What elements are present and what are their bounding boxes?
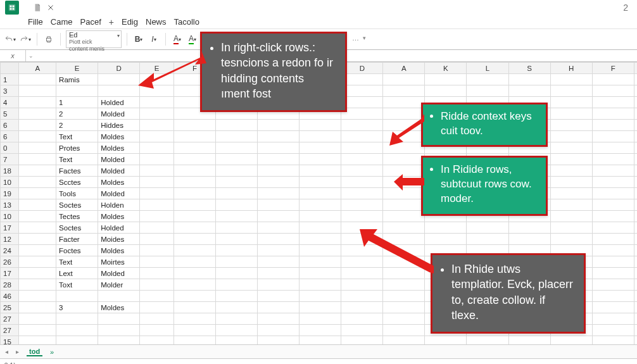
cell[interactable] — [634, 256, 637, 268]
cell[interactable]: Soctes — [56, 199, 98, 211]
cell[interactable] — [216, 222, 258, 234]
cell[interactable]: Molded — [98, 154, 140, 165]
cell[interactable] — [140, 256, 174, 268]
cell[interactable] — [383, 291, 425, 302]
cell[interactable] — [341, 108, 383, 120]
cell[interactable] — [634, 165, 637, 177]
cell[interactable] — [258, 131, 300, 142]
cell[interactable] — [592, 291, 634, 302]
cell[interactable]: 1 — [56, 97, 98, 108]
cell[interactable]: Moldes — [98, 302, 140, 313]
menu-news[interactable]: News — [146, 17, 167, 27]
chevron-down-icon[interactable]: ⌄ — [28, 53, 34, 59]
cell[interactable] — [634, 222, 637, 234]
cell[interactable]: Molded — [98, 188, 140, 199]
cell[interactable] — [300, 336, 341, 345]
cell[interactable] — [19, 120, 56, 131]
font-selector[interactable]: Ed ▾ Piott eick content menis — [66, 30, 122, 48]
cell[interactable] — [508, 234, 550, 245]
column-header[interactable]: D — [341, 63, 383, 74]
cell[interactable]: Molder — [98, 279, 140, 291]
cell[interactable] — [467, 222, 508, 234]
cell[interactable] — [550, 120, 592, 131]
row-header[interactable]: 4 — [1, 97, 19, 108]
cell[interactable] — [140, 313, 174, 325]
row-header[interactable]: 1 — [1, 74, 19, 85]
cell[interactable] — [258, 256, 300, 268]
row-header[interactable]: 13 — [1, 199, 19, 211]
cell[interactable] — [592, 302, 634, 313]
select-all-cell[interactable] — [1, 63, 19, 74]
cell[interactable] — [550, 74, 592, 85]
cell[interactable] — [98, 74, 140, 85]
cell[interactable] — [508, 336, 550, 345]
cell[interactable]: Holded — [98, 222, 140, 234]
cell[interactable]: Tectes — [56, 211, 98, 222]
cell[interactable] — [19, 222, 56, 234]
cell[interactable] — [216, 234, 258, 245]
cell[interactable] — [383, 325, 425, 336]
cell[interactable]: Moides — [98, 234, 140, 245]
menu-plus[interactable]: + — [109, 17, 114, 27]
cell[interactable] — [550, 177, 592, 188]
cell[interactable] — [425, 74, 467, 85]
cell[interactable] — [341, 211, 383, 222]
cell[interactable] — [634, 268, 637, 279]
tab-prev-icon[interactable]: ◂ — [5, 348, 8, 355]
cell[interactable] — [341, 302, 383, 313]
fill-color-button[interactable]: A▾ — [186, 33, 199, 46]
cell[interactable] — [19, 165, 56, 177]
cell[interactable] — [140, 234, 174, 245]
cell[interactable]: Factes — [56, 165, 98, 177]
close-document-icon[interactable] — [47, 4, 54, 11]
bold-button[interactable]: B▾ — [132, 33, 145, 46]
cell[interactable] — [634, 85, 637, 97]
column-header[interactable]: B — [634, 63, 637, 74]
cell[interactable] — [383, 336, 425, 345]
cell[interactable] — [550, 154, 592, 165]
row-header[interactable]: 18 — [1, 165, 19, 177]
cell[interactable] — [383, 313, 425, 325]
cell[interactable] — [140, 279, 174, 291]
cell[interactable] — [19, 336, 56, 345]
cell[interactable] — [550, 234, 592, 245]
cell[interactable] — [19, 177, 56, 188]
cell[interactable] — [634, 291, 637, 302]
cell[interactable] — [467, 74, 508, 85]
cell[interactable] — [341, 336, 383, 345]
cell[interactable] — [258, 291, 300, 302]
tab-next-icon[interactable]: ▸ — [16, 348, 19, 355]
cell[interactable] — [56, 325, 98, 336]
cell[interactable] — [174, 336, 216, 345]
cell[interactable] — [341, 291, 383, 302]
row-header[interactable]: 28 — [1, 279, 19, 291]
cell[interactable] — [634, 74, 637, 85]
column-header[interactable]: A — [19, 63, 56, 74]
cell[interactable] — [592, 142, 634, 154]
cell[interactable] — [383, 85, 425, 97]
column-header[interactable]: D — [98, 63, 140, 74]
cell[interactable]: 2 — [56, 120, 98, 131]
cell[interactable] — [216, 313, 258, 325]
cell[interactable]: Toxt — [56, 279, 98, 291]
cell[interactable] — [174, 131, 216, 142]
cell[interactable] — [258, 188, 300, 199]
column-header[interactable]: S — [508, 63, 550, 74]
cell[interactable] — [216, 188, 258, 199]
row-header[interactable]: 10 — [1, 211, 19, 222]
cell[interactable] — [300, 245, 341, 256]
cell[interactable]: Holded — [98, 97, 140, 108]
cell[interactable]: Text — [56, 154, 98, 165]
row-header[interactable]: 17 — [1, 222, 19, 234]
cell[interactable] — [174, 154, 216, 165]
column-header[interactable]: E — [56, 63, 98, 74]
cell[interactable] — [341, 199, 383, 211]
cell[interactable] — [258, 154, 300, 165]
cell[interactable] — [341, 313, 383, 325]
cell[interactable] — [300, 325, 341, 336]
cell[interactable] — [216, 211, 258, 222]
cell[interactable] — [56, 313, 98, 325]
cell[interactable] — [341, 85, 383, 97]
column-header[interactable]: L — [467, 63, 508, 74]
cell[interactable] — [140, 325, 174, 336]
